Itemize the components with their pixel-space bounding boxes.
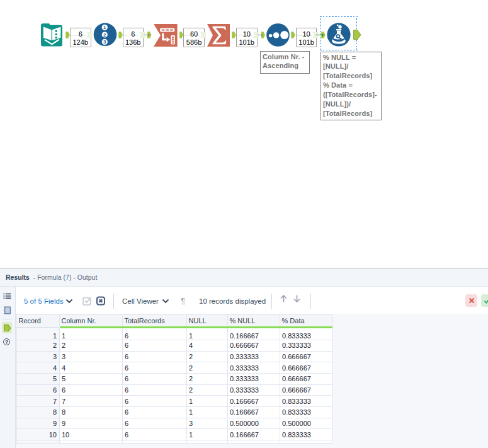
svg-text:3: 3 xyxy=(103,39,106,45)
svg-text:2: 2 xyxy=(103,32,106,38)
svg-text:1: 1 xyxy=(103,25,106,30)
